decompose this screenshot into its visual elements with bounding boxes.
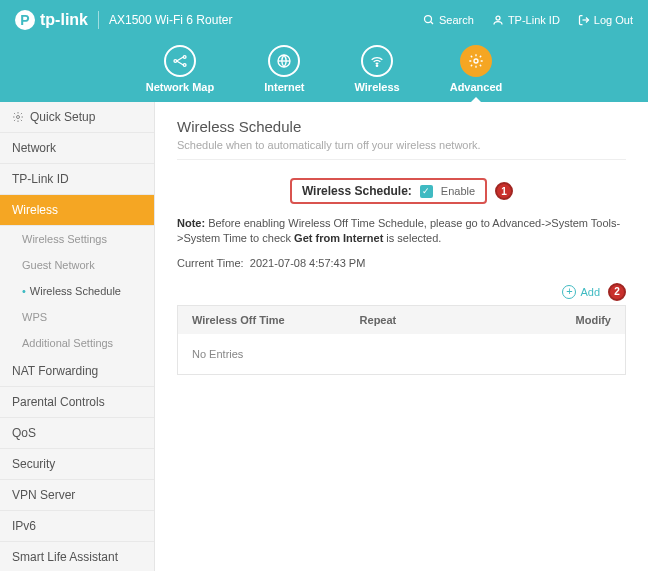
sidebar-label: VPN Server <box>12 488 75 502</box>
tplink-id-link[interactable]: TP-Link ID <box>492 14 560 26</box>
sidebar-label: Wireless <box>12 203 58 217</box>
svg-point-11 <box>376 65 377 66</box>
note-prefix: Note: <box>177 217 205 229</box>
sidebar-ipv6[interactable]: IPv6 <box>0 511 154 542</box>
sidebar-label: Parental Controls <box>12 395 105 409</box>
note-suffix: is selected. <box>383 232 441 244</box>
sidebar-wireless[interactable]: Wireless <box>0 195 154 226</box>
table-header: Wireless Off Time Repeat Modify <box>178 306 625 334</box>
current-time-label: Current Time: <box>177 257 244 269</box>
tplink-id-label: TP-Link ID <box>508 14 560 26</box>
svg-point-6 <box>183 64 186 67</box>
search-label: Search <box>439 14 474 26</box>
table-empty: No Entries <box>178 334 625 374</box>
svg-line-7 <box>177 57 184 61</box>
svg-point-2 <box>496 16 500 20</box>
sidebar-label: IPv6 <box>12 519 36 533</box>
user-icon <box>492 14 504 26</box>
enable-label: Wireless Schedule: <box>302 184 412 198</box>
sidebar-label: Wireless Schedule <box>30 285 121 297</box>
svg-line-8 <box>177 61 184 65</box>
callout-2: 2 <box>608 283 626 301</box>
wifi-icon <box>361 45 393 77</box>
sidebar-label: Quick Setup <box>30 110 95 124</box>
sidebar-label: Wireless Settings <box>22 233 107 245</box>
nav-network-map[interactable]: Network Map <box>146 45 214 93</box>
callout-1: 1 <box>495 182 513 200</box>
sidebar-label: WPS <box>22 311 47 323</box>
add-label: Add <box>580 286 600 298</box>
sidebar-quick-setup[interactable]: Quick Setup <box>0 102 154 133</box>
svg-point-12 <box>474 59 478 63</box>
enable-highlight-box: Wireless Schedule: ✓ Enable <box>290 178 487 204</box>
brand-text: tp-link <box>40 11 88 29</box>
enable-checkbox[interactable]: ✓ <box>420 185 433 198</box>
main-content: Wireless Schedule Schedule when to autom… <box>155 102 648 571</box>
search-icon <box>423 14 435 26</box>
sidebar-additional-settings[interactable]: Additional Settings <box>0 330 154 356</box>
svg-line-1 <box>431 22 434 25</box>
col-repeat: Repeat <box>360 314 528 326</box>
sidebar-qos[interactable]: QoS <box>0 418 154 449</box>
sidebar-label: Security <box>12 457 55 471</box>
nav-internet[interactable]: Internet <box>264 45 304 93</box>
gear-icon <box>460 45 492 77</box>
nav-label: Network Map <box>146 81 214 93</box>
logout-label: Log Out <box>594 14 633 26</box>
sidebar: Quick Setup Network TP-Link ID Wireless … <box>0 102 155 571</box>
search-link[interactable]: Search <box>423 14 474 26</box>
sidebar-vpn[interactable]: VPN Server <box>0 480 154 511</box>
logout-icon <box>578 14 590 26</box>
sidebar-security[interactable]: Security <box>0 449 154 480</box>
svg-point-13 <box>17 116 20 119</box>
note-bold2: Get from Internet <box>294 232 383 244</box>
sidebar-label: Guest Network <box>22 259 95 271</box>
col-wireless-off-time: Wireless Off Time <box>192 314 360 326</box>
logout-link[interactable]: Log Out <box>578 14 633 26</box>
sidebar-guest-network[interactable]: Guest Network <box>0 252 154 278</box>
note-text: Note: Before enabling Wireless Off Time … <box>177 216 626 247</box>
svg-point-4 <box>174 60 177 63</box>
sidebar-smart-life[interactable]: Smart Life Assistant <box>0 542 154 571</box>
sidebar-wps[interactable]: WPS <box>0 304 154 330</box>
svg-point-5 <box>183 56 186 59</box>
sidebar-label: QoS <box>12 426 36 440</box>
network-map-icon <box>164 45 196 77</box>
brand-logo: P tp-link <box>15 10 88 30</box>
plus-icon: + <box>562 285 576 299</box>
sidebar-parental[interactable]: Parental Controls <box>0 387 154 418</box>
gear-icon <box>12 111 24 123</box>
page-title: Wireless Schedule <box>177 118 626 135</box>
sidebar-network[interactable]: Network <box>0 133 154 164</box>
nav-advanced[interactable]: Advanced <box>450 45 503 93</box>
globe-icon <box>268 45 300 77</box>
sidebar-wireless-settings[interactable]: Wireless Settings <box>0 226 154 252</box>
enable-text: Enable <box>441 185 475 197</box>
add-button[interactable]: + Add <box>562 285 600 299</box>
current-time-value: 2021-07-08 4:57:43 PM <box>250 257 366 269</box>
svg-point-0 <box>425 16 432 23</box>
nav-wireless[interactable]: Wireless <box>355 45 400 93</box>
sidebar-nat[interactable]: NAT Forwarding <box>0 356 154 387</box>
sidebar-label: NAT Forwarding <box>12 364 98 378</box>
sidebar-label: Network <box>12 141 56 155</box>
nav-label: Internet <box>264 81 304 93</box>
product-name: AX1500 Wi-Fi 6 Router <box>109 13 232 27</box>
sidebar-label: Additional Settings <box>22 337 113 349</box>
logo-icon: P <box>15 10 35 30</box>
current-time: Current Time: 2021-07-08 4:57:43 PM <box>177 257 626 269</box>
sidebar-label: Smart Life Assistant <box>12 550 118 564</box>
sidebar-label: TP-Link ID <box>12 172 69 186</box>
nav-label: Advanced <box>450 81 503 93</box>
sidebar-wireless-schedule[interactable]: Wireless Schedule <box>0 278 154 304</box>
divider <box>98 11 99 29</box>
sidebar-tplink-id[interactable]: TP-Link ID <box>0 164 154 195</box>
col-modify: Modify <box>527 314 611 326</box>
schedule-table: Wireless Off Time Repeat Modify No Entri… <box>177 305 626 375</box>
nav-label: Wireless <box>355 81 400 93</box>
page-description: Schedule when to automatically turn off … <box>177 139 626 160</box>
